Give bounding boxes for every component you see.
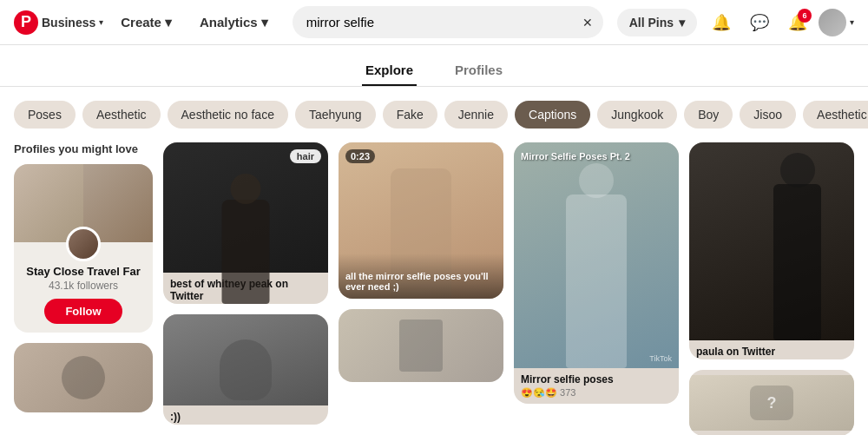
pin-image-smile	[163, 314, 328, 405]
pin-card-mirror-poses[interactable]: Mirror Selfie Poses Pt. 2 TikTok Mirror …	[514, 142, 679, 404]
pin-label-mirror-poses: Mirror selfie poses	[514, 368, 679, 387]
pin-card-paula[interactable]: paula on Twitter	[689, 142, 854, 359]
alerts-button[interactable]: 🔔 6	[780, 5, 815, 40]
notification-count: 6	[798, 9, 812, 23]
all-pins-filter[interactable]: All Pins ▾	[617, 9, 697, 36]
pin-image-paula	[689, 142, 854, 340]
help-icon-display[interactable]: ?	[750, 386, 793, 420]
tag-poses[interactable]: Poses	[14, 101, 76, 129]
nav-analytics[interactable]: Analytics ▾	[189, 8, 279, 37]
pin-col-1: hair best of whitney peak on Twitter :))	[163, 142, 328, 435]
pin-card-extra[interactable]: ?	[689, 370, 854, 435]
header-icons: 🔔 💬 🔔 6 ▾	[704, 5, 854, 40]
tag-jennie[interactable]: Jennie	[444, 101, 508, 129]
tag-taehyung[interactable]: Taehyung	[295, 101, 376, 129]
tags-row: Poses Aesthetic Aesthetic no face Taehyu…	[0, 87, 868, 142]
analytics-chevron-icon: ▾	[261, 15, 268, 30]
pin-overlay-title: Mirror Selfie Poses Pt. 2	[521, 151, 672, 161]
profile-followers: 43.1k followers	[14, 280, 153, 292]
profile-avatar	[66, 227, 101, 261]
profile-card-2[interactable]	[14, 343, 153, 412]
tag-fake[interactable]: Fake	[383, 101, 437, 129]
notifications-bell-button[interactable]: 🔔	[704, 5, 739, 40]
tag-aesthetic-boy[interactable]: Aesthetic boy	[803, 101, 868, 129]
pin-image-room	[339, 309, 503, 382]
pin-card-poses-video[interactable]: all the mirror selfie poses you'll ever …	[339, 142, 503, 299]
pin-sublabel-mirror-poses: 😍😪🤩 373	[514, 387, 679, 404]
create-chevron-icon: ▾	[165, 15, 172, 30]
tabs-bar: Explore Profiles	[0, 45, 868, 87]
tag-aesthetic[interactable]: Aesthetic	[82, 101, 161, 129]
pin-card-smile[interactable]: :))	[163, 314, 328, 425]
pin-col-4: paula on Twitter ?	[689, 142, 854, 435]
header: P Business ▾ Create ▾ Analytics ▾ ✕ All …	[0, 0, 868, 45]
pinterest-logo: P	[14, 10, 38, 35]
business-label: Business	[42, 16, 95, 30]
pins-grid: hair best of whitney peak on Twitter :))…	[163, 142, 854, 435]
user-avatar[interactable]	[819, 9, 846, 36]
search-bar: ✕	[293, 6, 603, 38]
pin-card-room[interactable]	[339, 309, 503, 382]
business-chevron-icon: ▾	[99, 17, 103, 27]
tab-profiles[interactable]: Profiles	[451, 56, 506, 86]
tiktok-watermark: TikTok	[649, 354, 672, 363]
tag-jisoo[interactable]: Jisoo	[740, 101, 796, 129]
pin-tiktok-text: all the mirror selfie poses you'll ever …	[339, 254, 503, 299]
tag-boy[interactable]: Boy	[684, 101, 733, 129]
logo-area[interactable]: P Business ▾	[14, 10, 103, 35]
bell-icon: 🔔	[712, 13, 731, 32]
tag-jungkook[interactable]: Jungkook	[597, 101, 677, 129]
pin-label-paula: paula on Twitter	[689, 340, 854, 359]
search-clear-icon[interactable]: ✕	[582, 16, 593, 30]
tab-explore[interactable]: Explore	[362, 56, 417, 86]
profiles-title: Profiles you might love	[14, 142, 153, 155]
filter-chevron-icon: ▾	[679, 16, 685, 30]
profile-sidebar: Profiles you might love Stay Close Trave…	[14, 142, 153, 435]
pin-card-whitney[interactable]: hair best of whitney peak on Twitter	[163, 142, 328, 304]
messages-button[interactable]: 💬	[742, 5, 777, 40]
pin-col-3: Mirror Selfie Poses Pt. 2 TikTok Mirror …	[514, 142, 679, 435]
profile-card[interactable]: Stay Close Travel Far 43.1k followers Fo…	[14, 164, 153, 333]
profile-avatar-wrap	[14, 227, 153, 261]
messages-icon: 💬	[750, 13, 769, 32]
avatar-chevron-icon: ▾	[850, 17, 854, 27]
pin-label-smile: :))	[163, 405, 328, 425]
pin-tag-hair: hair	[290, 149, 321, 163]
main-content: Profiles you might love Stay Close Trave…	[0, 142, 868, 435]
search-input[interactable]	[293, 6, 603, 38]
tag-captions[interactable]: Captions	[515, 101, 590, 129]
tag-aesthetic-no-face[interactable]: Aesthetic no face	[168, 101, 288, 129]
follow-button[interactable]: Follow	[44, 299, 122, 324]
pin-col-2: all the mirror selfie poses you'll ever …	[339, 142, 503, 435]
pin-image-extra: ?	[689, 375, 854, 431]
profile-name: Stay Close Travel Far	[14, 265, 153, 278]
nav-create[interactable]: Create ▾	[110, 8, 182, 37]
pin-image-mirror-poses: Mirror Selfie Poses Pt. 2 TikTok	[514, 142, 679, 368]
pin-duration: 0:23	[345, 149, 375, 163]
pin-image-poses-video: all the mirror selfie poses you'll ever …	[339, 142, 503, 299]
